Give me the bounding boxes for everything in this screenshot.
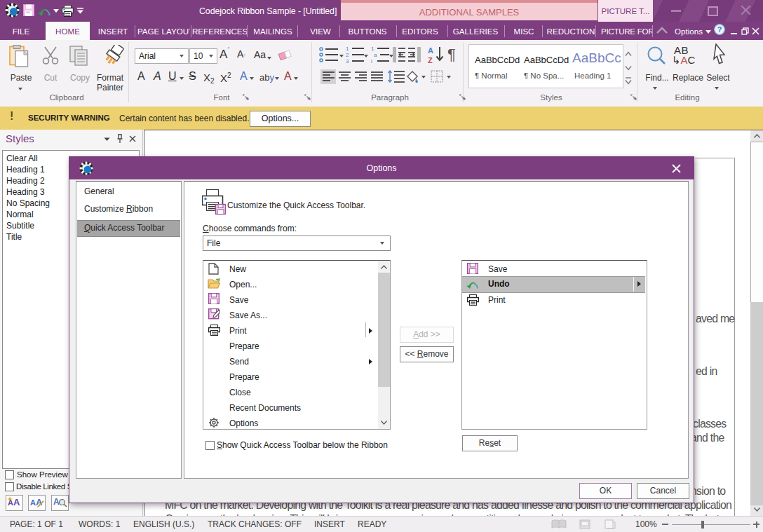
svg-text:?: ? bbox=[717, 25, 722, 34]
svg-text:2: 2 bbox=[346, 52, 349, 58]
svg-text:A: A bbox=[428, 46, 433, 55]
svg-text:a: a bbox=[374, 52, 377, 58]
svg-text:Z: Z bbox=[428, 56, 433, 64]
svg-text:3: 3 bbox=[346, 58, 349, 63]
svg-text:i: i bbox=[371, 58, 372, 63]
svg-text:1: 1 bbox=[371, 46, 374, 52]
svg-text:1: 1 bbox=[346, 46, 349, 52]
